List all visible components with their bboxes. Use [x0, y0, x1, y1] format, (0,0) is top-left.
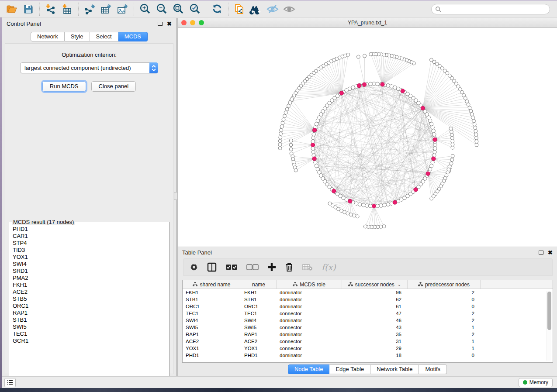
tab-select[interactable]: Select — [90, 32, 118, 41]
tab-style[interactable]: Style — [65, 32, 90, 41]
graph-node[interactable] — [287, 104, 290, 108]
mcds-result-item[interactable]: STB1 — [13, 316, 167, 323]
cell-MCDS-role[interactable]: dominator — [277, 318, 342, 323]
mcds-result-item[interactable]: GCR1 — [13, 337, 167, 344]
graph-node[interactable] — [474, 133, 478, 136]
mcds-node[interactable] — [313, 128, 317, 132]
graph-node[interactable] — [369, 52, 373, 56]
table-row[interactable]: PHD1PHD1dominator180 — [183, 352, 553, 359]
export-table-icon[interactable] — [98, 2, 114, 16]
graph-node[interactable] — [278, 143, 282, 146]
graph-node[interactable] — [431, 161, 434, 164]
cell-predecessor-nodes[interactable]: 1 — [408, 325, 481, 330]
import-table-icon[interactable] — [59, 2, 76, 16]
mcds-node[interactable] — [381, 83, 384, 86]
export-network-icon[interactable] — [81, 2, 98, 16]
cell-name[interactable]: SWI5 — [241, 325, 277, 330]
column-header-shared-name[interactable]: shared name — [183, 280, 241, 289]
float-table-panel-icon[interactable] — [539, 251, 543, 254]
graph-node[interactable] — [451, 154, 454, 158]
cell-shared-name[interactable]: STB1 — [183, 297, 241, 302]
gear-icon[interactable] — [190, 263, 198, 272]
zoom-selected-icon[interactable] — [187, 2, 203, 16]
cell-successor-nodes[interactable]: 35 — [342, 332, 408, 337]
graph-node[interactable] — [390, 85, 393, 88]
cell-predecessor-nodes[interactable]: 2 — [408, 332, 481, 337]
graph-node[interactable] — [363, 54, 367, 58]
graph-node[interactable] — [349, 213, 353, 216]
mcds-result-item[interactable]: FKH1 — [13, 282, 167, 289]
table-row[interactable]: TEC1TEC1connector472 — [183, 310, 553, 317]
cell-predecessor-nodes[interactable]: 2 — [408, 311, 481, 316]
cell-predecessor-nodes[interactable]: 2 — [408, 318, 481, 323]
mcds-node[interactable] — [332, 189, 336, 193]
graph-node[interactable] — [376, 82, 379, 86]
clone-network-icon[interactable] — [231, 2, 248, 16]
graph-node[interactable] — [379, 204, 383, 207]
close-panel-icon[interactable]: ✖ — [167, 21, 172, 27]
mcds-node[interactable] — [372, 204, 376, 208]
cell-shared-name[interactable]: PHD1 — [183, 353, 241, 358]
graph-node[interactable] — [429, 164, 433, 168]
mcds-result-item[interactable]: ACE2 — [13, 289, 167, 296]
graph-node[interactable] — [450, 130, 453, 134]
mcds-node[interactable] — [432, 157, 436, 161]
graph-node[interactable] — [471, 116, 475, 119]
cell-predecessor-nodes[interactable]: 1 — [408, 339, 481, 344]
graph-node[interactable] — [280, 125, 284, 128]
column-header-name[interactable]: name — [241, 280, 277, 289]
function-builder-icon[interactable]: f(x) — [322, 262, 336, 272]
graph-node[interactable] — [372, 82, 376, 86]
graph-node[interactable] — [356, 215, 359, 218]
graph-node[interactable] — [433, 147, 437, 150]
network-canvas[interactable] — [178, 28, 557, 246]
zoom-in-icon[interactable] — [137, 2, 153, 16]
graph-node[interactable] — [283, 114, 286, 118]
graph-node[interactable] — [282, 118, 285, 121]
graph-node[interactable] — [289, 143, 293, 147]
mcds-result-list[interactable]: PHD1CAR1STP4TID3YOX1SWI4SRD1PMA2FKH1ACE2… — [13, 226, 167, 382]
table-row[interactable]: ORC1ORC1dominator610 — [183, 303, 553, 310]
mcds-node[interactable] — [362, 83, 366, 86]
cell-name[interactable]: ORC1 — [241, 304, 277, 309]
graph-node[interactable] — [314, 161, 317, 164]
graph-node[interactable] — [450, 133, 454, 137]
graph-node[interactable] — [449, 127, 453, 131]
cell-MCDS-role[interactable]: dominator — [277, 353, 342, 358]
graph-node[interactable] — [284, 111, 287, 114]
graph-node[interactable] — [278, 139, 282, 143]
graph-node[interactable] — [311, 150, 315, 154]
delete-column-icon[interactable] — [285, 262, 294, 272]
graph-node[interactable] — [311, 136, 315, 140]
tab-network[interactable]: Network — [31, 32, 65, 41]
search-input[interactable] — [443, 6, 546, 12]
table-row[interactable]: FKH1FKH1dominator962 — [183, 289, 553, 296]
graph-node[interactable] — [279, 136, 282, 139]
mcds-result-item[interactable]: ORC1 — [13, 303, 167, 309]
cell-name[interactable]: RAP1 — [241, 332, 277, 337]
table-row[interactable]: STB1STB1dominator620 — [183, 296, 553, 303]
clear-table-icon[interactable] — [302, 264, 313, 271]
column-header-MCDS-role[interactable]: MCDS role — [277, 280, 342, 289]
graph-node[interactable] — [430, 197, 433, 200]
cell-name[interactable]: YOX1 — [241, 346, 277, 351]
cell-predecessor-nodes[interactable]: 0 — [408, 297, 481, 302]
mcds-result-item[interactable]: SWI4 — [13, 261, 167, 268]
cell-predecessor-nodes[interactable]: 1 — [408, 346, 481, 351]
graph-node[interactable] — [353, 214, 356, 217]
graph-node[interactable] — [450, 158, 454, 162]
table-scrollbar[interactable] — [547, 291, 551, 361]
criterion-select[interactable]: largest connected component (undirected) — [20, 62, 158, 73]
graph-node[interactable] — [376, 204, 379, 208]
mcds-result-item[interactable]: YOX1 — [13, 254, 167, 261]
graph-node[interactable] — [328, 202, 332, 205]
graph-node[interactable] — [358, 203, 362, 206]
memory-button[interactable]: Memory — [519, 378, 553, 387]
graph-node[interactable] — [289, 139, 293, 142]
cell-shared-name[interactable]: ORC1 — [183, 304, 241, 309]
float-panel-icon[interactable] — [158, 22, 163, 26]
graph-node[interactable] — [361, 203, 365, 207]
graph-node[interactable] — [285, 107, 289, 111]
cell-shared-name[interactable]: FKH1 — [183, 290, 241, 295]
cell-predecessor-nodes[interactable]: 0 — [408, 353, 481, 358]
